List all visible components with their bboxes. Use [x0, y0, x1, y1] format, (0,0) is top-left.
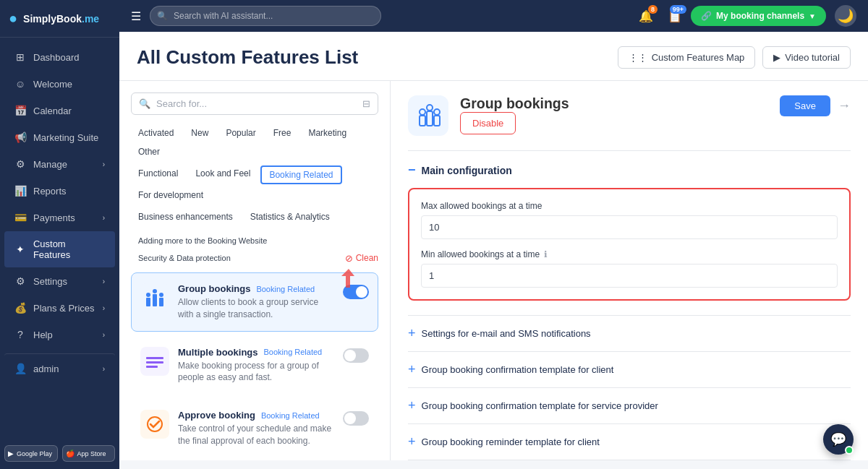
filter-tabs-row3: Business enhancements Statistics & Analy… [131, 209, 378, 225]
sidebar-item-marketing[interactable]: 📢 Marketing Suite [4, 124, 115, 150]
sidebar-item-label: Manage [33, 159, 67, 170]
expand-icon[interactable]: + [408, 434, 416, 449]
feature-search-input[interactable] [156, 98, 357, 109]
filter-new[interactable]: New [184, 125, 216, 141]
chevron-right-icon: › [103, 214, 105, 222]
config-box: Max allowed bookings at a time Min allow… [408, 188, 851, 301]
sidebar-item-calendar[interactable]: 📅 Calendar [4, 98, 115, 124]
app-store-btn[interactable]: 🍎 App Store [62, 445, 116, 462]
channel-btn-label: My booking channels [716, 11, 804, 21]
sidebar-item-custom-features[interactable]: ✦ Custom Features [4, 231, 115, 267]
google-play-label: Google Play [17, 450, 52, 457]
calendar-notification[interactable]: 📋 99+ [668, 9, 682, 23]
svg-point-6 [159, 293, 163, 297]
apple-icon: 🍎 [66, 449, 75, 457]
filter-development[interactable]: For development [131, 187, 210, 203]
filter-popular[interactable]: Popular [218, 125, 263, 141]
play-icon: ▶ [773, 52, 780, 63]
expand-icon[interactable]: + [408, 326, 416, 341]
calendar-icon: 📅 [14, 105, 26, 116]
google-play-icon: ▶ [8, 449, 14, 457]
filter-business[interactable]: Business enhancements [131, 209, 240, 225]
feature-detail-icon [408, 95, 448, 136]
svg-rect-21 [408, 95, 448, 136]
feature-card-group-bookings[interactable]: Group bookings Booking Related Allow cli… [131, 272, 378, 332]
search-icon: 🔍 [157, 11, 168, 21]
welcome-icon: ☺ [14, 78, 26, 90]
filter-marketing[interactable]: Marketing [301, 125, 354, 141]
filter-functional[interactable]: Functional [131, 165, 185, 184]
sidebar-item-manage[interactable]: ⚙ Manage › [4, 151, 115, 177]
sidebar-item-help[interactable]: ? Help › [4, 322, 115, 348]
feature-card-approve-booking[interactable]: Approve booking Booking Related Take con… [131, 399, 378, 458]
feature-detail-title: Group bookings [460, 95, 569, 112]
help-icon: ? [14, 329, 26, 340]
min-bookings-input[interactable] [421, 264, 838, 288]
multiple-bookings-icon [140, 347, 169, 376]
max-bookings-input[interactable] [421, 215, 838, 239]
collapsible-header[interactable]: + Group booking reminder template for cl… [408, 434, 851, 449]
filter-adding-booking[interactable]: Adding more to the Booking Website [131, 233, 274, 248]
feature-title: Approve booking Booking Related [178, 410, 334, 421]
confirmation-provider-section: + Group booking confirmation template fo… [408, 387, 851, 423]
feature-detail-left: Group bookings Disable [408, 95, 569, 136]
toggle-wrap [343, 410, 369, 426]
collapsible-header[interactable]: + Settings for e-mail and SMS notificati… [408, 326, 851, 341]
manage-icon: ⚙ [14, 158, 26, 170]
sidebar-item-label: Payments [33, 212, 75, 223]
google-play-btn[interactable]: ▶ Google Play [4, 445, 58, 462]
search-input[interactable] [150, 6, 381, 26]
sidebar-item-plans-prices[interactable]: 💰 Plans & Prices › [4, 295, 115, 321]
filter-booking-related[interactable]: Booking Related [260, 165, 341, 184]
admin-icon: 👤 [14, 363, 26, 374]
external-link-icon[interactable]: → [838, 98, 851, 113]
reminder-client-section: + Group booking reminder template for cl… [408, 423, 851, 460]
expand-icon[interactable]: + [408, 398, 416, 413]
max-bookings-field: Max allowed bookings at a time [421, 201, 838, 239]
svg-rect-5 [159, 298, 163, 306]
logo-text: SimplyBook.me [23, 13, 99, 25]
feature-toggle[interactable] [343, 411, 369, 426]
save-button[interactable]: Save [780, 95, 830, 116]
svg-rect-9 [146, 361, 163, 363]
filter-statistics[interactable]: Statistics & Analytics [243, 209, 337, 225]
sidebar-item-label: admin [33, 363, 59, 374]
feature-toggle[interactable] [343, 348, 369, 363]
chat-online-dot [845, 446, 854, 455]
svg-point-2 [146, 293, 150, 297]
page-header: All Custom Features List ⋮⋮ Custom Featu… [119, 32, 868, 81]
sidebar-item-dashboard[interactable]: ⊞ Dashboard [4, 44, 115, 70]
sidebar-item-welcome[interactable]: ☺ Welcome [4, 71, 115, 97]
video-tutorial-btn[interactable]: ▶ Video tutorial [762, 46, 851, 69]
collapse-icon[interactable]: − [408, 163, 416, 178]
collapsible-header[interactable]: + Group booking confirmation template fo… [408, 398, 851, 413]
feature-desc: Make booking process for a group of peop… [178, 360, 334, 384]
sidebar-item-payments[interactable]: 💳 Payments › [4, 205, 115, 231]
filter-activated[interactable]: Activated [131, 125, 181, 141]
filter-look-feel[interactable]: Look and Feel [188, 165, 258, 184]
feature-card-multiple-bookings[interactable]: Multiple bookings Booking Related Make b… [131, 336, 378, 395]
sidebar-logo: ● SimplyBook.me [0, 0, 119, 38]
filter-icon[interactable]: ⊟ [362, 98, 370, 109]
sidebar-item-settings[interactable]: ⚙ Settings › [4, 268, 115, 294]
sidebar-item-admin[interactable]: 👤 admin › [4, 353, 115, 382]
features-map-btn[interactable]: ⋮⋮ Custom Features Map [618, 46, 756, 69]
dark-mode-btn[interactable]: 🌙 [835, 5, 856, 27]
sidebar-item-reports[interactable]: 📊 Reports [4, 178, 115, 204]
notification-bell[interactable]: 🔔 8 [639, 9, 653, 23]
filter-security[interactable]: Security & Data protection [131, 251, 238, 265]
chevron-right-icon: › [103, 304, 105, 312]
disable-button[interactable]: Disable [460, 112, 516, 134]
sidebar-item-label: Marketing Suite [33, 132, 98, 143]
booking-channels-btn[interactable]: 🔗 My booking channels ▼ [691, 6, 826, 26]
filter-other[interactable]: Other [131, 144, 167, 160]
collapsible-header[interactable]: + Group booking confirmation template fo… [408, 362, 851, 377]
app-store-label: App Store [77, 450, 106, 457]
info-icon[interactable]: ℹ [544, 249, 548, 259]
filter-free[interactable]: Free [266, 125, 299, 141]
filter-tabs-row2: Functional Look and Feel Booking Related… [131, 165, 378, 203]
expand-icon[interactable]: + [408, 362, 416, 377]
clean-filters-btn[interactable]: ⊘ Clean [345, 253, 378, 264]
hamburger-icon[interactable]: ☰ [131, 9, 141, 23]
settings-icon: ⚙ [14, 275, 26, 287]
